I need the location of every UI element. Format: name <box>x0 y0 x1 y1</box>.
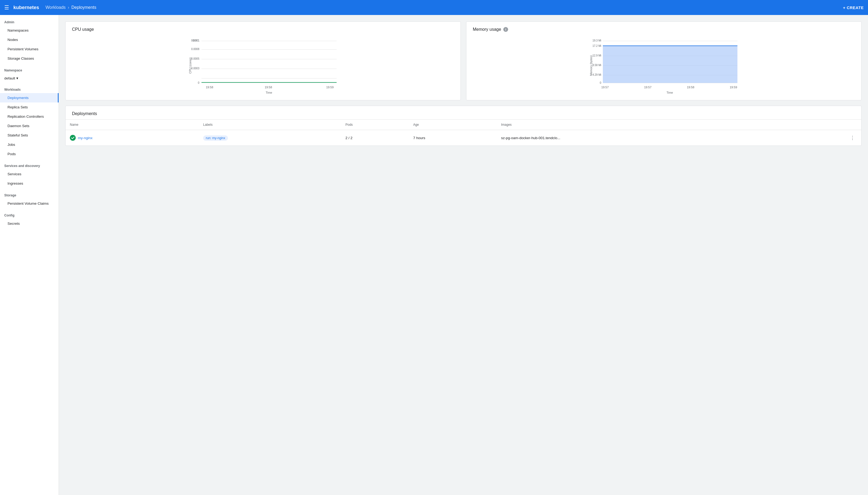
col-images: Images <box>497 120 786 130</box>
label-badge: run: my-nginx <box>203 135 228 141</box>
mem-y-label-429: 4.29 Mi <box>592 73 601 76</box>
row-age-cell: 7 hours <box>409 130 497 146</box>
col-labels: Labels <box>199 120 341 130</box>
sidebar-item-persistent-volumes[interactable]: Persistent Volumes <box>0 45 58 54</box>
memory-y-axis-label: Memory (bytes) <box>590 55 593 76</box>
mem-y-label-193: 19.3 Mi <box>592 39 601 42</box>
cpu-x-axis-label: Time <box>266 91 272 94</box>
breadcrumb-current: Deployments <box>71 5 96 10</box>
sidebar-item-pods[interactable]: Pods <box>0 149 58 152</box>
col-age: Age <box>409 120 497 130</box>
svg-point-12 <box>70 135 76 141</box>
memory-chart-fill <box>603 46 737 83</box>
namespace-selector[interactable]: default ▾ <box>0 74 58 82</box>
menu-icon[interactable]: ☰ <box>4 4 9 11</box>
sidebar-item-replication-controllers[interactable]: Replication Controllers <box>0 112 58 121</box>
row-labels-cell: run: my-nginx <box>199 130 341 146</box>
sidebar-item-daemon-sets[interactable]: Daemon Sets <box>0 121 58 131</box>
mem-x-label-3: 19:58 <box>687 86 694 89</box>
sidebar-item-storage-classes[interactable]: Storage Classes <box>0 54 58 63</box>
memory-info-icon[interactable]: i <box>503 27 508 32</box>
mem-x-label-1: 19:57 <box>601 86 609 89</box>
cpu-x-label-1: 19:58 <box>206 86 213 89</box>
breadcrumb: Workloads › Deployments <box>46 5 96 10</box>
row-images-cell: sz-pg-oam-docker-hub-001.tendclo... <box>497 130 786 146</box>
cpu-y-label-0003: 0.0003 <box>191 67 199 70</box>
cpu-y-label-0008: 0.0008 <box>191 48 199 51</box>
deployments-table-title: Deployments <box>66 106 861 120</box>
table-row: my-nginx run: my-nginx 2 / 2 7 hours sz-… <box>66 130 861 146</box>
workloads-section-label: Workloads <box>0 82 58 93</box>
sidebar: Admin Namespaces Nodes Persistent Volume… <box>0 15 59 152</box>
row-pods-cell: 2 / 2 <box>341 130 409 146</box>
mem-y-label-858: 8.58 Mi <box>592 64 601 67</box>
breadcrumb-workloads[interactable]: Workloads <box>46 5 66 10</box>
sidebar-item-replica-sets[interactable]: Replica Sets <box>0 102 58 112</box>
mem-y-label-0: 0 <box>600 81 601 84</box>
mem-x-label-4: 19:59 <box>730 86 737 89</box>
sidebar-item-namespaces[interactable]: Namespaces <box>0 26 58 35</box>
deployment-name-link[interactable]: my-nginx <box>78 136 92 140</box>
sidebar-item-jobs[interactable]: Jobs <box>0 140 58 149</box>
create-button[interactable]: + CREATE <box>843 5 864 10</box>
memory-chart-card: Memory usage i Memory (bytes) 19.3 Mi 17… <box>466 21 862 100</box>
cpu-y-axis-label: CPU (cores) <box>189 57 192 74</box>
main-content: CPU usage 0.001 0.0001 0.0008 0.0005 0.0… <box>59 15 868 152</box>
mem-x-axis-label: Time <box>666 91 673 94</box>
topnav: ☰ kubernetes Workloads › Deployments + C… <box>0 0 868 15</box>
cpu-chart-card: CPU usage 0.001 0.0001 0.0008 0.0005 0.0… <box>65 21 461 100</box>
cpu-chart-svg: 0.001 0.0001 0.0008 0.0005 0.0003 0 CPU … <box>72 36 454 95</box>
cpu-chart-title: CPU usage <box>72 27 454 32</box>
cpu-x-label-2: 19:58 <box>265 86 272 89</box>
status-ok-icon <box>70 135 76 141</box>
col-actions <box>786 120 861 130</box>
mem-y-label-129: 12.9 Mi <box>592 54 601 57</box>
cpu-x-label-3: 19:59 <box>326 86 334 89</box>
sidebar-item-nodes[interactable]: Nodes <box>0 35 58 45</box>
mem-y-label-172: 17.2 Mi <box>592 45 601 47</box>
deployments-table-card: Deployments Name Labels Pods Age Images <box>65 106 862 146</box>
memory-chart-title: Memory usage i <box>473 27 855 32</box>
col-name: Name <box>66 120 199 130</box>
cpu-y-label-0: 0 <box>198 81 199 84</box>
cpu-y-label-0005: 0.0005 <box>191 57 199 60</box>
row-name-cell: my-nginx <box>66 130 199 146</box>
row-more-cell: ⋮ <box>786 130 861 146</box>
sidebar-item-stateful-sets[interactable]: Stateful Sets <box>0 131 58 140</box>
mem-x-label-2: 19:57 <box>644 86 651 89</box>
chevron-down-icon: ▾ <box>16 76 18 80</box>
namespace-section-label: Namespace <box>0 63 58 74</box>
admin-section-label: Admin <box>0 15 58 26</box>
sidebar-item-deployments[interactable]: Deployments <box>0 93 58 102</box>
breadcrumb-sep: › <box>68 5 69 10</box>
deployments-table: Name Labels Pods Age Images <box>66 120 861 146</box>
app-logo: kubernetes <box>13 5 39 11</box>
cpu-y-label-0001: 0.0001 <box>191 39 199 42</box>
row-more-button[interactable]: ⋮ <box>848 134 857 142</box>
col-pods: Pods <box>341 120 409 130</box>
charts-row: CPU usage 0.001 0.0001 0.0008 0.0005 0.0… <box>65 21 862 100</box>
memory-chart-svg: Memory (bytes) 19.3 Mi 17.2 Mi 12.9 Mi 8… <box>473 36 855 95</box>
namespace-value: default <box>4 76 15 80</box>
